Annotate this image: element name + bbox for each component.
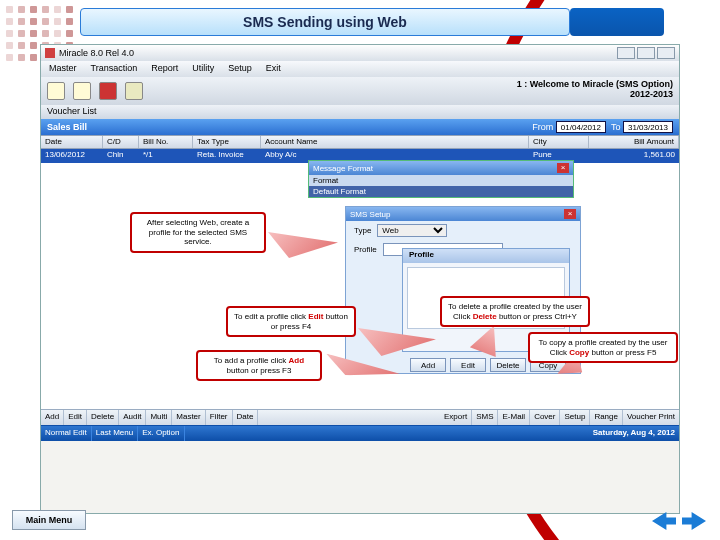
format-label: Format <box>309 175 573 186</box>
toolbar-icon-3[interactable] <box>99 82 117 100</box>
profile-add-button[interactable]: Add <box>410 358 446 372</box>
btn-add[interactable]: Add <box>41 410 64 425</box>
status-bar: Normal Edit Last Menu Ex. Option Saturda… <box>41 425 679 441</box>
callout-add: To add a profile click Add button or pre… <box>196 350 322 381</box>
welcome-text: 1 : Welcome to Miracle (SMS Option) 2012… <box>517 79 673 99</box>
voucher-list-tab[interactable]: Voucher List <box>41 105 679 119</box>
next-arrow-icon[interactable] <box>682 512 706 530</box>
message-format-dialog[interactable]: Message Format× Format Default Format <box>308 160 574 198</box>
btn-multi[interactable]: Multi <box>146 410 172 425</box>
menu-setup[interactable]: Setup <box>228 63 252 75</box>
close-icon[interactable]: × <box>557 163 569 173</box>
status-date: Saturday, Aug 4, 2012 <box>589 426 679 441</box>
window-title: Miracle 8.0 Rel 4.0 <box>59 48 617 58</box>
toolbar-icon-2[interactable] <box>73 82 91 100</box>
status-ex-option[interactable]: Ex. Option <box>138 426 184 441</box>
menu-exit[interactable]: Exit <box>266 63 281 75</box>
callout-create-profile: After selecting Web, create a profile fo… <box>130 212 266 253</box>
grid-header: Date C/D Bill No. Tax Type Account Name … <box>41 135 679 149</box>
minimize-button[interactable] <box>617 47 635 59</box>
toolbar-icon-4[interactable] <box>125 82 143 100</box>
btn-filter[interactable]: Filter <box>206 410 233 425</box>
col-taxtype[interactable]: Tax Type <box>193 136 261 148</box>
status-normal-edit[interactable]: Normal Edit <box>41 426 92 441</box>
type-label: Type <box>354 226 371 235</box>
window-titlebar[interactable]: Miracle 8.0 Rel 4.0 <box>41 45 679 61</box>
from-label: From <box>532 122 553 132</box>
col-billno[interactable]: Bill No. <box>139 136 193 148</box>
close-icon[interactable]: × <box>564 209 576 219</box>
callout-edit: To edit a profile click Edit button or p… <box>226 306 356 337</box>
status-last-menu[interactable]: Last Menu <box>92 426 138 441</box>
menu-utility[interactable]: Utility <box>192 63 214 75</box>
profile-edit-button[interactable]: Edit <box>450 358 486 372</box>
from-date-input[interactable]: 01/04/2012 <box>556 121 606 133</box>
toolbar: 1 : Welcome to Miracle (SMS Option) 2012… <box>41 77 679 105</box>
sales-bill-bar: Sales Bill From 01/04/2012 To 31/03/2013 <box>41 119 679 135</box>
btn-master[interactable]: Master <box>172 410 205 425</box>
menubar: Master Transaction Report Utility Setup … <box>41 61 679 77</box>
slide-title-accent <box>570 8 664 36</box>
app-icon <box>45 48 55 58</box>
format-value[interactable]: Default Format <box>309 186 573 197</box>
col-account[interactable]: Account Name <box>261 136 529 148</box>
menu-master[interactable]: Master <box>49 63 77 75</box>
profile-dialog-title: Profile <box>403 249 569 263</box>
close-button[interactable] <box>657 47 675 59</box>
sms-setup-title: SMS Setup <box>350 210 390 219</box>
callout-copy: To copy a profile created by the user Cl… <box>528 332 678 363</box>
action-bar: Add Edit Delete Audit Multi Master Filte… <box>41 409 679 425</box>
menu-transaction[interactable]: Transaction <box>91 63 138 75</box>
callout-delete: To delete a profile created by the user … <box>440 296 590 327</box>
col-city[interactable]: City <box>529 136 589 148</box>
prev-arrow-icon[interactable] <box>652 512 676 530</box>
profile-label: Profile <box>354 245 377 254</box>
type-select[interactable]: Web <box>377 224 447 237</box>
to-date-input[interactable]: 31/03/2013 <box>623 121 673 133</box>
col-date[interactable]: Date <box>41 136 103 148</box>
menu-report[interactable]: Report <box>151 63 178 75</box>
btn-voucher-print[interactable]: Voucher Print <box>623 410 679 425</box>
toolbar-icon-1[interactable] <box>47 82 65 100</box>
btn-date[interactable]: Date <box>233 410 259 425</box>
btn-edit[interactable]: Edit <box>64 410 87 425</box>
main-menu-button[interactable]: Main Menu <box>12 510 86 530</box>
to-label: To <box>611 122 621 132</box>
btn-range[interactable]: Range <box>590 410 623 425</box>
message-format-title: Message Format <box>313 164 373 173</box>
maximize-button[interactable] <box>637 47 655 59</box>
slide-nav <box>652 512 706 530</box>
profile-delete-button[interactable]: Delete <box>490 358 526 372</box>
btn-delete[interactable]: Delete <box>87 410 119 425</box>
col-cd[interactable]: C/D <box>103 136 139 148</box>
sales-bill-label: Sales Bill <box>47 122 87 132</box>
col-amount[interactable]: Bill Amount <box>589 136 679 148</box>
btn-audit[interactable]: Audit <box>119 410 146 425</box>
slide-title: SMS Sending using Web <box>80 8 570 36</box>
